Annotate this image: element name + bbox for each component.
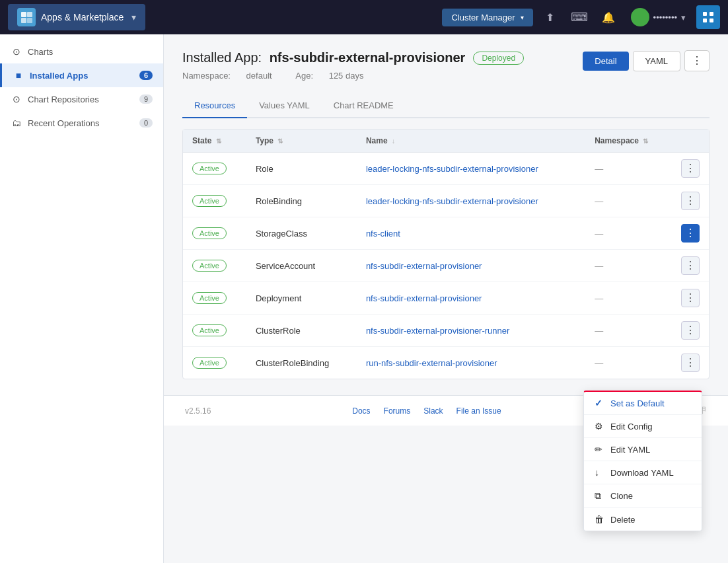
menu-item-clone[interactable]: ⧉ Clone bbox=[584, 484, 702, 508]
edit-yaml-icon: ✏ bbox=[595, 444, 605, 455]
table-row: ActiveRoleleader-locking-nfs-subdir-exte… bbox=[183, 153, 709, 185]
namespace-cell: — bbox=[585, 217, 672, 250]
avatar bbox=[631, 8, 649, 26]
name-sort-icon[interactable]: ↓ bbox=[392, 137, 395, 145]
state-badge: Active bbox=[192, 260, 227, 272]
state-badge: Active bbox=[192, 227, 227, 239]
more-actions-button[interactable]: ⋮ bbox=[684, 50, 710, 71]
brand-logo bbox=[17, 8, 36, 26]
name-link[interactable]: nfs-subdir-external-provisioner-runner bbox=[366, 326, 509, 336]
state-sort-icon[interactable]: ⇅ bbox=[216, 137, 221, 145]
bell-icon: 🔔 bbox=[602, 11, 615, 24]
app-brand[interactable]: Apps & Marketplace ▾ bbox=[8, 4, 145, 30]
menu-item-edit-yaml[interactable]: ✏ Edit YAML bbox=[584, 438, 702, 461]
top-navigation: Apps & Marketplace ▾ Cluster Manager ▾ ⬆… bbox=[0, 0, 728, 34]
upload-button[interactable]: ⬆ bbox=[538, 5, 562, 29]
svg-rect-4 bbox=[703, 12, 707, 16]
name-link[interactable]: run-nfs-subdir-external-provisioner bbox=[366, 358, 497, 368]
type-cell: ClusterRole bbox=[246, 315, 357, 347]
row-action-button[interactable]: ⋮ bbox=[681, 192, 700, 210]
svg-rect-7 bbox=[710, 19, 713, 22]
menu-item-delete[interactable]: 🗑 Delete bbox=[584, 508, 702, 531]
namespace-cell: — bbox=[585, 347, 672, 379]
sidebar: ⊙ Charts ■ Installed Apps 6 ⊙ Chart Repo… bbox=[0, 34, 164, 563]
namespace-cell: — bbox=[585, 153, 672, 185]
name-link[interactable]: leader-locking-nfs-subdir-external-provi… bbox=[366, 196, 538, 206]
name-link[interactable]: nfs-client bbox=[366, 229, 400, 239]
menu-item-set-as-default[interactable]: ✓ Set as Default bbox=[584, 392, 702, 415]
namespace-cell: — bbox=[585, 282, 672, 315]
name-link[interactable]: leader-locking-nfs-subdir-external-provi… bbox=[366, 164, 538, 174]
col-name: Name ↓ bbox=[357, 130, 585, 153]
table-row: ActiveClusterRoleBindingrun-nfs-subdir-e… bbox=[183, 347, 709, 379]
table-row: ActiveStorageClassnfs-client—⋮ bbox=[183, 217, 709, 250]
col-state: State ⇅ bbox=[183, 130, 246, 153]
cluster-manager-button[interactable]: Cluster Manager ▾ bbox=[442, 9, 532, 26]
table-row: ActiveDeploymentnfs-subdir-external-prov… bbox=[183, 282, 709, 315]
resources-table: State ⇅ Type ⇅ Name ↓ bbox=[183, 130, 709, 379]
menu-item-edit-config[interactable]: ⚙ Edit Config bbox=[584, 415, 702, 438]
namespace-cell: — bbox=[585, 250, 672, 282]
page-title: Installed App: nfs-subdir-external-provi… bbox=[182, 50, 465, 65]
tab-resources[interactable]: Resources bbox=[182, 94, 247, 118]
notifications-button[interactable]: 🔔 bbox=[597, 5, 620, 29]
row-action-button[interactable]: ⋮ bbox=[681, 289, 700, 307]
row-action-button[interactable]: ⋮ bbox=[681, 224, 700, 243]
row-action-button[interactable]: ⋮ bbox=[681, 354, 700, 372]
edit-config-icon: ⚙ bbox=[595, 421, 605, 432]
grid-button[interactable] bbox=[696, 5, 720, 29]
user-menu[interactable]: •••••••• ▾ bbox=[626, 5, 691, 29]
name-link[interactable]: nfs-subdir-external-provisioner bbox=[366, 293, 482, 303]
name-link[interactable]: nfs-subdir-external-provisioner bbox=[366, 261, 482, 271]
user-chevron: ▾ bbox=[681, 13, 686, 22]
footer-forums-link[interactable]: Forums bbox=[384, 406, 411, 416]
namespace-sort-icon[interactable]: ⇅ bbox=[643, 137, 648, 145]
sidebar-charts-label: Charts bbox=[28, 47, 53, 57]
namespace-cell: — bbox=[585, 185, 672, 217]
type-cell: RoleBinding bbox=[246, 185, 357, 217]
type-cell: ClusterRoleBinding bbox=[246, 347, 357, 379]
terminal-button[interactable]: ⌨ bbox=[567, 5, 591, 29]
footer-slack-link[interactable]: Slack bbox=[423, 406, 443, 416]
installed-apps-icon: ■ bbox=[13, 70, 24, 81]
footer-docs-link[interactable]: Docs bbox=[352, 406, 370, 416]
table-row: ActiveRoleBindingleader-locking-nfs-subd… bbox=[183, 185, 709, 217]
sidebar-installed-apps-label: Installed Apps bbox=[30, 71, 88, 81]
state-badge: Active bbox=[192, 324, 227, 336]
sidebar-chart-repos-label: Chart Repositories bbox=[28, 94, 99, 104]
sidebar-item-recent-operations[interactable]: 🗂 Recent Operations 0 bbox=[0, 111, 163, 135]
row-action-button[interactable]: ⋮ bbox=[681, 159, 700, 178]
check-icon: ✓ bbox=[595, 398, 605, 408]
chart-repos-icon: ⊙ bbox=[11, 94, 22, 104]
tab-values-yaml[interactable]: Values YAML bbox=[247, 94, 322, 118]
resources-table-wrap: State ⇅ Type ⇅ Name ↓ bbox=[182, 129, 710, 379]
menu-item-download-yaml[interactable]: ↓ Download YAML bbox=[584, 461, 702, 484]
col-actions bbox=[672, 130, 709, 153]
svg-rect-5 bbox=[710, 12, 713, 16]
sidebar-item-charts[interactable]: ⊙ Charts bbox=[0, 40, 163, 63]
sidebar-item-chart-repositories[interactable]: ⊙ Chart Repositories 9 bbox=[0, 87, 163, 111]
app-name-title: nfs-subdir-external-provisioner bbox=[270, 50, 466, 65]
type-cell: Role bbox=[246, 153, 357, 185]
header-actions: Detail YAML ⋮ bbox=[583, 50, 710, 71]
sidebar-recent-ops-label: Recent Operations bbox=[28, 118, 99, 128]
footer-issue-link[interactable]: File an Issue bbox=[456, 406, 501, 416]
cluster-manager-label: Cluster Manager bbox=[451, 13, 515, 22]
row-action-button[interactable]: ⋮ bbox=[681, 256, 700, 275]
download-icon: ↓ bbox=[595, 467, 605, 478]
yaml-button[interactable]: YAML bbox=[633, 51, 680, 71]
tab-chart-readme[interactable]: Chart README bbox=[322, 94, 406, 118]
app-name-label: Apps & Marketplace bbox=[41, 12, 124, 22]
sidebar-item-installed-apps[interactable]: ■ Installed Apps 6 bbox=[0, 63, 163, 87]
row-action-button[interactable]: ⋮ bbox=[681, 321, 700, 340]
upload-icon: ⬆ bbox=[546, 11, 554, 24]
svg-rect-2 bbox=[21, 18, 26, 23]
type-sort-icon[interactable]: ⇅ bbox=[277, 137, 283, 145]
deployed-badge: Deployed bbox=[473, 52, 524, 65]
type-cell: ServiceAccount bbox=[246, 250, 357, 282]
table-header-row: State ⇅ Type ⇅ Name ↓ bbox=[183, 130, 709, 153]
state-badge: Active bbox=[192, 163, 227, 174]
clone-icon: ⧉ bbox=[595, 490, 605, 502]
detail-button[interactable]: Detail bbox=[583, 52, 628, 71]
age-label: Age: 125 days bbox=[295, 71, 374, 81]
